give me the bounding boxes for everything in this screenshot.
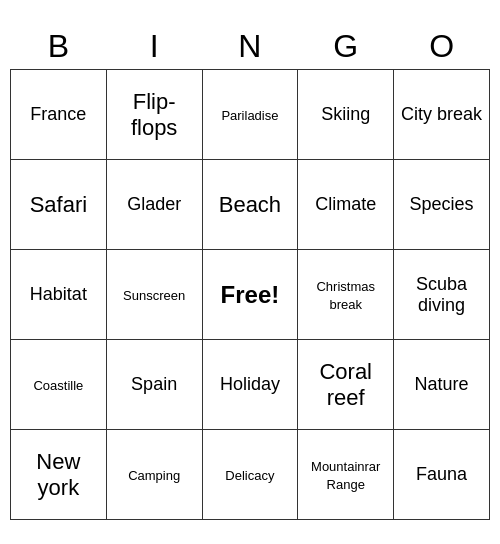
bingo-letter-o: O xyxy=(394,24,490,70)
bingo-cell-text: Beach xyxy=(219,192,281,217)
bingo-cell-2-1: Sunscreen xyxy=(106,250,202,340)
bingo-cell-text: Christmas break xyxy=(316,279,375,312)
bingo-cell-0-4: City break xyxy=(394,70,490,160)
bingo-cell-3-0: Coastille xyxy=(11,340,107,430)
bingo-cell-text: Fauna xyxy=(416,464,467,484)
bingo-cell-1-0: Safari xyxy=(11,160,107,250)
bingo-letter-i: I xyxy=(106,24,202,70)
bingo-cell-text: Delicacy xyxy=(225,468,274,483)
bingo-cell-0-0: France xyxy=(11,70,107,160)
bingo-row-3: CoastilleSpainHolidayCoral reefNature xyxy=(11,340,490,430)
bingo-cell-2-2: Free! xyxy=(202,250,298,340)
bingo-cell-1-4: Species xyxy=(394,160,490,250)
bingo-letter-b: B xyxy=(11,24,107,70)
bingo-card: BINGO FranceFlip-flopsPariladiseSkiingCi… xyxy=(10,24,490,520)
bingo-cell-text: Habitat xyxy=(30,284,87,304)
bingo-cell-1-3: Climate xyxy=(298,160,394,250)
bingo-cell-text: France xyxy=(30,104,86,124)
bingo-cell-text: Coastille xyxy=(33,378,83,393)
bingo-cell-text: Nature xyxy=(415,374,469,394)
bingo-cell-text: Holiday xyxy=(220,374,280,394)
bingo-row-4: New yorkCampingDelicacyMountainrar Range… xyxy=(11,430,490,520)
bingo-cell-text: Sunscreen xyxy=(123,288,185,303)
bingo-letter-g: G xyxy=(298,24,394,70)
bingo-cell-2-3: Christmas break xyxy=(298,250,394,340)
bingo-cell-text: Mountainrar Range xyxy=(311,459,380,492)
bingo-header: BINGO xyxy=(11,24,490,70)
bingo-cell-3-2: Holiday xyxy=(202,340,298,430)
bingo-row-1: SafariGladerBeachClimateSpecies xyxy=(11,160,490,250)
bingo-cell-text: Pariladise xyxy=(221,108,278,123)
bingo-cell-3-1: Spain xyxy=(106,340,202,430)
bingo-cell-3-3: Coral reef xyxy=(298,340,394,430)
bingo-cell-text: City break xyxy=(401,104,482,124)
bingo-cell-text: Free! xyxy=(221,281,280,308)
bingo-cell-4-2: Delicacy xyxy=(202,430,298,520)
bingo-cell-3-4: Nature xyxy=(394,340,490,430)
bingo-cell-text: Species xyxy=(410,194,474,214)
bingo-cell-text: Spain xyxy=(131,374,177,394)
bingo-cell-4-3: Mountainrar Range xyxy=(298,430,394,520)
bingo-cell-1-1: Glader xyxy=(106,160,202,250)
bingo-cell-text: Safari xyxy=(30,192,87,217)
bingo-cell-text: Camping xyxy=(128,468,180,483)
bingo-row-0: FranceFlip-flopsPariladiseSkiingCity bre… xyxy=(11,70,490,160)
bingo-cell-0-3: Skiing xyxy=(298,70,394,160)
bingo-letter-n: N xyxy=(202,24,298,70)
bingo-cell-4-0: New york xyxy=(11,430,107,520)
bingo-cell-1-2: Beach xyxy=(202,160,298,250)
bingo-cell-2-4: Scuba diving xyxy=(394,250,490,340)
bingo-cell-4-1: Camping xyxy=(106,430,202,520)
bingo-cell-text: Flip-flops xyxy=(131,89,177,140)
bingo-cell-text: Coral reef xyxy=(319,359,372,410)
bingo-cell-0-1: Flip-flops xyxy=(106,70,202,160)
bingo-cell-0-2: Pariladise xyxy=(202,70,298,160)
bingo-cell-2-0: Habitat xyxy=(11,250,107,340)
bingo-cell-4-4: Fauna xyxy=(394,430,490,520)
bingo-cell-text: New york xyxy=(36,449,80,500)
bingo-cell-text: Climate xyxy=(315,194,376,214)
bingo-cell-text: Scuba diving xyxy=(416,274,467,315)
bingo-row-2: HabitatSunscreenFree!Christmas breakScub… xyxy=(11,250,490,340)
bingo-cell-text: Glader xyxy=(127,194,181,214)
bingo-cell-text: Skiing xyxy=(321,104,370,124)
